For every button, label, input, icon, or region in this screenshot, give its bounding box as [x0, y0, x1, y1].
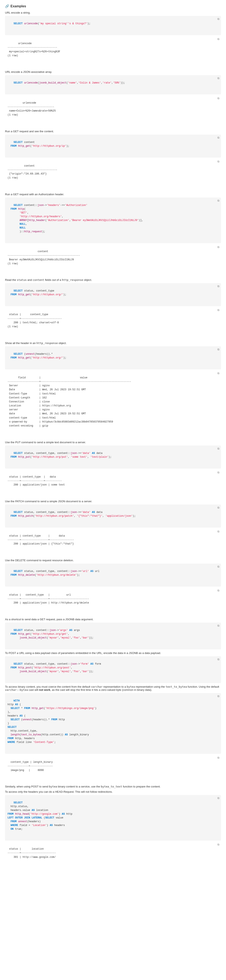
query-block: SELECT (unnest(headers)).* FROM http_get… — [5, 346, 221, 369]
section-show-headers: Show all the header in an http_response … — [5, 342, 221, 438]
section-url-encode-json: URL encode a JSON associative array. SEL… — [5, 70, 221, 126]
query-block: SELECT status, content_type FROM http_ge… — [5, 283, 221, 306]
section-desc: URL encode a JSON associative array. — [5, 70, 221, 73]
query-block: SELECT content FROM http_get('http://htt… — [5, 135, 221, 158]
link-icon: 🔗 — [5, 4, 9, 8]
query-block: SELECT content::json->'headers'->>'Autho… — [5, 197, 221, 243]
copy-result-button[interactable]: ⧉ — [217, 756, 219, 760]
copy-button[interactable]: ⧉ — [217, 136, 219, 140]
result-block: status | content_type --------+---------… — [5, 307, 221, 338]
result-block: status | content_type | data --------+--… — [5, 529, 221, 555]
section-get-auth: Run a GET request with an Authorization … — [5, 193, 221, 275]
copy-result-button[interactable]: ⧉ — [217, 37, 219, 41]
query-block: SELECT http.status, headers.value AS loc… — [5, 795, 221, 841]
section-desc: Read the status and content fields out o… — [5, 278, 221, 282]
query-block: SELECT status, content::json->'args' AS … — [5, 622, 221, 649]
result-block: status | location --------+-------------… — [5, 842, 221, 869]
result-block: content --------------------------------… — [5, 159, 221, 189]
copy-button[interactable]: ⧉ — [217, 348, 219, 352]
section-delete: Use the DELETE command to request resour… — [5, 559, 221, 614]
section-desc: Run a GET request and see the content. — [5, 130, 221, 133]
copy-button[interactable]: ⧉ — [217, 796, 219, 800]
page-title: 🔗 Examples — [5, 4, 221, 8]
copy-button[interactable]: ⧉ — [217, 506, 219, 510]
section-binary: To access binary content, you must coerc… — [5, 685, 221, 782]
result-block: status | content_type | url --------+---… — [5, 588, 221, 614]
section-put-text: Use the PUT command to send a simple tex… — [5, 441, 221, 496]
copy-button[interactable]: ⧉ — [217, 17, 219, 21]
section-post-bytea: Similarly, when using POST to send bytea… — [5, 785, 221, 788]
copy-button[interactable]: ⧉ — [217, 694, 219, 698]
section-desc: Show all the header in an http_response … — [5, 342, 221, 345]
copy-result-button[interactable]: ⧉ — [217, 245, 219, 250]
section-patch-json: Use the PATCH command to send a simple J… — [5, 500, 221, 555]
query-block: SELECT urlencode('my special string''s &… — [5, 16, 221, 35]
copy-button[interactable]: ⧉ — [217, 565, 219, 569]
copy-button[interactable]: ⧉ — [217, 657, 219, 662]
query-block: SELECT status, content_type, content::js… — [5, 656, 221, 683]
section-head-request: To access only the headers you can do a … — [5, 790, 221, 869]
section-post-url-encoded: To POST a URL using a data payload class… — [5, 651, 221, 683]
result-block: content --------------------------------… — [5, 244, 221, 275]
section-desc: To access only the headers you can do a … — [5, 790, 221, 793]
result-block: content_type | length_binary -----------… — [5, 755, 221, 782]
copy-result-button[interactable]: ⧉ — [217, 530, 219, 534]
section-get-content: Run a GET request and see the content. S… — [5, 130, 221, 189]
query-block: SELECT status, content_type, content::js… — [5, 445, 221, 469]
copy-button[interactable]: ⧉ — [217, 447, 219, 451]
section-desc: Use the DELETE command to request resour… — [5, 559, 221, 562]
copy-button[interactable]: ⧉ — [217, 199, 219, 203]
section-desc: To access binary content, you must coerc… — [5, 685, 221, 691]
copy-result-button[interactable]: ⧉ — [217, 160, 219, 164]
copy-result-button[interactable]: ⧉ — [217, 471, 219, 475]
copy-result-button[interactable]: ⧉ — [217, 843, 219, 847]
copy-button[interactable]: ⧉ — [217, 76, 219, 81]
copy-result-button[interactable]: ⧉ — [217, 308, 219, 313]
query-block: SELECT status, content_type, content::js… — [5, 563, 221, 587]
query-block: SELECT status, content_type, content::js… — [5, 504, 221, 528]
copy-result-button[interactable]: ⧉ — [217, 371, 219, 376]
query-block: WITH http AS ( SELECT * FROM http_get('h… — [5, 693, 221, 754]
section-get-jsonb: As a shortcut to send data a GET request… — [5, 618, 221, 649]
section-desc: Run a GET request with an Authorization … — [5, 193, 221, 196]
result-block: field | value ---------------------+----… — [5, 371, 221, 438]
copy-button[interactable]: ⧉ — [217, 624, 219, 628]
result-block: urlencode ------------------------------… — [5, 95, 221, 126]
section-desc: As a shortcut to send data a GET request… — [5, 618, 221, 621]
section-desc: Use the PUT command to send a simple tex… — [5, 441, 221, 444]
section-desc: Use the PATCH command to send a simple J… — [5, 500, 221, 503]
section-url-encode-string: URL encode a string. SELECT urlencode('m… — [5, 11, 221, 67]
section-desc: To POST a URL using a data payload class… — [5, 651, 221, 655]
query-block: SELECT urlencode(jsonb_build_object('nam… — [5, 75, 221, 94]
section-desc: URL encode a string. — [5, 11, 221, 14]
result-block: status | content_type | data --------+--… — [5, 470, 221, 496]
section-read-status: Read the status and content fields out o… — [5, 278, 221, 338]
copy-result-button[interactable]: ⧉ — [217, 97, 219, 101]
copy-button[interactable]: ⧉ — [217, 285, 219, 289]
section-desc: Similarly, when using POST to send bytea… — [5, 785, 221, 788]
result-block: urlencode ------------------------------… — [5, 37, 221, 67]
copy-result-button[interactable]: ⧉ — [217, 589, 219, 593]
